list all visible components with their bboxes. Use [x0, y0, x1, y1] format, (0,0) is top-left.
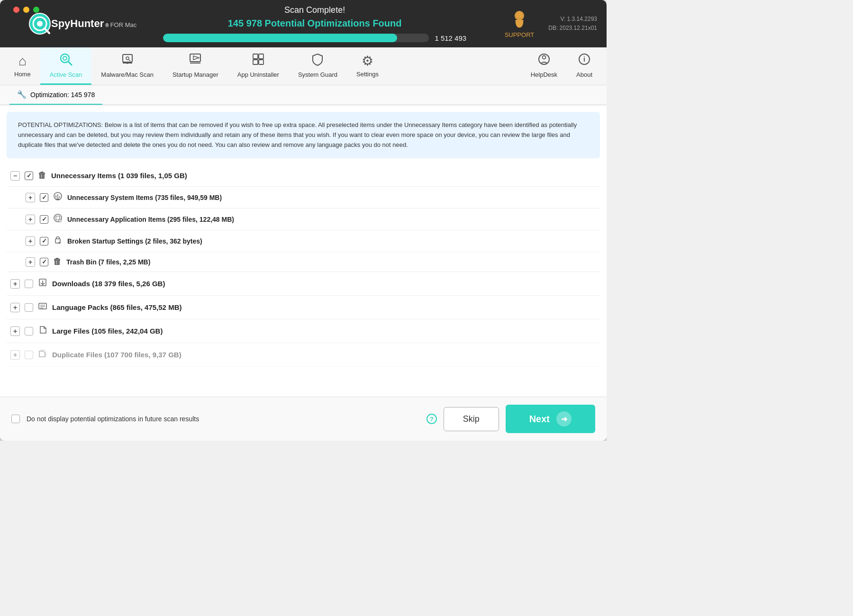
support-icon — [509, 9, 529, 29]
app-uninstaller-icon — [252, 53, 265, 69]
nav-startup[interactable]: Startup Manager — [163, 47, 228, 85]
unnecessary-items-label: Unnecessary Items (1 039 files, 1,05 GB) — [51, 172, 596, 180]
titlebar: SpyHunter ® FOR Mac Scan Complete! 145 9… — [0, 0, 607, 47]
svg-rect-18 — [253, 54, 258, 59]
logo-suffix: FOR Mac — [110, 21, 137, 28]
progress-track — [163, 34, 429, 42]
nav-helpdesk[interactable]: HelpDesk — [521, 47, 567, 85]
checkbox-unnecessary-system[interactable] — [40, 193, 48, 202]
nav-system-guard[interactable]: System Guard — [289, 47, 347, 85]
unnecessary-items-icon: 🗑 — [38, 171, 46, 181]
help-icon[interactable]: ? — [426, 414, 437, 424]
do-not-display-label: Do not display potential optimizations i… — [27, 415, 420, 423]
maximize-button[interactable] — [33, 7, 39, 13]
svg-point-8 — [63, 56, 67, 60]
svg-rect-27 — [56, 199, 59, 199]
nav-malware-label: Malware/Mac Scan — [101, 71, 154, 78]
broken-startup-icon — [53, 235, 63, 247]
language-packs-label: Language Packs (865 files, 475,52 MB) — [52, 303, 596, 311]
info-box: POTENTIAL OPTIMIZATIONS: Below is a list… — [7, 112, 600, 158]
svg-rect-31 — [59, 219, 61, 222]
expand-unnecessary-system[interactable]: + — [26, 193, 35, 202]
nav-home[interactable]: ⌂ Home — [5, 47, 40, 85]
support-label: SUPPORT — [505, 31, 535, 38]
tab-optimization[interactable]: 🔧 Optimization: 145 978 — [9, 85, 102, 105]
expand-trash-bin[interactable]: + — [26, 257, 35, 267]
next-button[interactable]: Next ➜ — [506, 405, 595, 433]
nav-right: HelpDesk i About — [521, 47, 602, 85]
svg-point-13 — [126, 57, 129, 60]
svg-point-6 — [516, 12, 523, 18]
spyhunter-logo-icon — [28, 12, 51, 35]
checkbox-unnecessary-app[interactable] — [40, 215, 48, 224]
navbar: ⌂ Home Active Scan — [0, 47, 607, 85]
checkbox-broken-startup[interactable] — [40, 237, 48, 245]
app-title: SpyHunter ® FOR Mac — [51, 18, 136, 30]
checkbox-large-files[interactable] — [25, 327, 33, 335]
scan-status-area: Scan Complete! 145 978 Potential Optimiz… — [146, 0, 483, 47]
svg-rect-19 — [259, 54, 263, 59]
checkbox-duplicate-files[interactable] — [25, 351, 33, 359]
category-unnecessary-items: − 🗑 Unnecessary Items (1 039 files, 1,05… — [7, 165, 600, 187]
category-duplicate-files: + Duplicate Files (107 700 files, 9,37 G… — [7, 343, 600, 367]
category-unnecessary-app: + Unnecessary Application Items (295 fil… — [7, 208, 600, 230]
nav-active-scan[interactable]: Active Scan — [40, 47, 92, 85]
category-unnecessary-system: + Unnecessary System Items (735 files, 9… — [7, 187, 600, 208]
checkbox-downloads[interactable] — [25, 280, 33, 288]
expand-broken-startup[interactable]: + — [26, 236, 35, 246]
category-large-files: + Large Files (105 files, 242,04 GB) — [7, 319, 600, 343]
nav-active-scan-label: Active Scan — [50, 71, 82, 78]
tab-optimization-icon: 🔧 — [17, 90, 27, 99]
db-version: DB: 2023.12.21x01 — [548, 24, 597, 33]
category-trash-bin: + 🗑 Trash Bin (7 files, 2,25 MB) — [7, 252, 600, 272]
trash-bin-icon: 🗑 — [53, 257, 62, 267]
logo-reg: ® — [105, 23, 109, 28]
version-number: V: 1.3.14.2293 — [548, 15, 597, 24]
nav-about[interactable]: i About — [567, 47, 602, 85]
logo-name-text: SpyHunter — [51, 18, 104, 30]
downloads-icon — [38, 278, 47, 290]
large-files-label: Large Files (105 files, 242,04 GB) — [52, 327, 596, 335]
tab-optimization-label: Optimization: 145 978 — [30, 91, 95, 99]
unnecessary-app-icon — [53, 213, 63, 225]
language-packs-icon — [38, 301, 47, 313]
tab-strip: 🔧 Optimization: 145 978 — [0, 85, 607, 105]
system-guard-icon — [311, 53, 324, 69]
home-icon: ⌂ — [18, 54, 27, 69]
info-text: POTENTIAL OPTIMIZATIONS: Below is a list… — [18, 121, 577, 148]
nav-system-guard-label: System Guard — [298, 71, 337, 78]
nav-malware-scan[interactable]: Malware/Mac Scan — [91, 47, 163, 85]
nav-settings[interactable]: ⚙ Settings — [347, 47, 388, 85]
expand-unnecessary-app[interactable]: + — [26, 215, 35, 224]
do-not-display-checkbox[interactable] — [11, 415, 20, 423]
downloads-label: Downloads (18 379 files, 5,26 GB) — [52, 280, 596, 288]
svg-rect-21 — [259, 60, 263, 64]
checkbox-trash-bin[interactable] — [40, 258, 48, 266]
checkbox-unnecessary-items[interactable] — [25, 172, 33, 180]
scan-complete-label: Scan Complete! — [284, 5, 345, 15]
progress-fill — [163, 34, 397, 42]
skip-button[interactable]: Skip — [444, 407, 499, 431]
minimize-button[interactable] — [23, 7, 29, 13]
support-button[interactable]: SUPPORT — [505, 9, 535, 38]
bottom-bar: Do not display potential optimizations i… — [0, 397, 607, 441]
help-tooltip-text: ? — [430, 416, 434, 423]
checkbox-language-packs[interactable] — [25, 303, 33, 312]
version-info: V: 1.3.14.2293 DB: 2023.12.21x01 — [548, 15, 597, 33]
svg-rect-20 — [253, 60, 258, 64]
collapse-unnecessary-items[interactable]: − — [10, 171, 20, 181]
startup-icon — [189, 53, 202, 69]
svg-rect-10 — [123, 54, 132, 62]
expand-large-files[interactable]: + — [10, 326, 20, 336]
expand-downloads[interactable]: + — [10, 279, 20, 289]
svg-line-14 — [129, 60, 130, 61]
unnecessary-app-label: Unnecessary Application Items (295 files… — [67, 216, 596, 223]
malware-scan-icon — [121, 53, 134, 69]
expand-duplicate-files[interactable]: + — [10, 350, 20, 360]
svg-text:i: i — [583, 55, 585, 63]
about-icon: i — [578, 53, 591, 69]
next-arrow-icon: ➜ — [556, 411, 572, 426]
close-button[interactable] — [13, 7, 19, 13]
expand-language-packs[interactable]: + — [10, 303, 20, 312]
nav-app-uninstaller[interactable]: App Uninstaller — [228, 47, 289, 85]
